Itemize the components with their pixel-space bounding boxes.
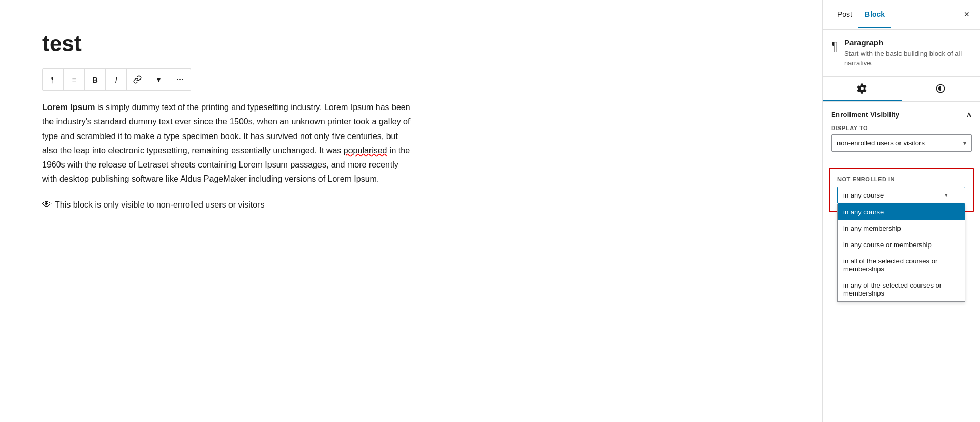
not-enrolled-section: NOT ENROLLED IN in any course ▾ in any c… [829, 168, 974, 212]
gear-icon [857, 83, 867, 94]
tab-block[interactable]: Block [858, 2, 891, 28]
italic-button[interactable]: I [106, 69, 127, 90]
dropdown-chevron-icon: ▾ [945, 192, 948, 199]
display-to-select[interactable]: non-enrolled users or visitors everyone … [831, 134, 972, 152]
paragraph-icon: ¶ [831, 39, 838, 54]
visibility-text: This block is only visible to non-enroll… [55, 198, 264, 212]
section-title: Enrollment Visibility [831, 111, 899, 119]
dropdown-item-any-selected[interactable]: in any of the selected courses or member… [838, 277, 965, 301]
title-text: test [42, 31, 82, 56]
paragraph-format-button[interactable]: ¶ [43, 69, 64, 90]
not-enrolled-dropdown-trigger[interactable]: in any course ▾ [837, 187, 965, 204]
lorem-ipsum-paragraph: Lorem Ipsum is simply dummy text of the … [42, 100, 411, 186]
settings-tab[interactable] [823, 77, 902, 101]
dropdown-item-any-course[interactable]: in any course [838, 204, 965, 220]
styles-icon [935, 83, 946, 94]
block-info: ¶ Paragraph Start with the basic buildin… [823, 30, 980, 77]
more-options-button[interactable]: ⋯ [169, 69, 191, 90]
enrollment-visibility-section: Enrollment Visibility ∧ DISPLAY TO non-e… [823, 102, 980, 168]
dropdown-trigger-text: in any course [843, 191, 884, 199]
dropdown-item-all-selected[interactable]: in all of the selected courses or member… [838, 253, 965, 277]
visibility-notice: 👁 This block is only visible to non-enro… [42, 197, 411, 213]
editor-content[interactable]: Lorem Ipsum is simply dummy text of the … [42, 100, 411, 213]
section-header: Enrollment Visibility ∧ [831, 110, 972, 119]
not-enrolled-dropdown-container: in any course ▾ in any course in any mem… [837, 187, 965, 204]
align-button[interactable]: ≡ [64, 69, 85, 90]
bold-button[interactable]: B [85, 69, 106, 90]
sidebar-tabs: Post Block [831, 2, 891, 28]
chevron-up-icon[interactable]: ∧ [966, 110, 972, 119]
icon-tabs [823, 77, 980, 102]
sidebar: Post Block × ¶ Paragraph Start with the … [822, 0, 980, 422]
formatting-toolbar: ¶ ≡ B I ▾ ⋯ [42, 68, 191, 91]
block-description: Start with the basic building block of a… [844, 49, 972, 68]
block-name: Paragraph [844, 38, 972, 47]
dropdown-list: in any course in any membership in any c… [837, 204, 965, 302]
block-title: test [42, 32, 780, 56]
editor-area: test ¶ ≡ B I ▾ ⋯ Lorem Ipsum is simply d… [0, 0, 822, 422]
display-to-wrapper: non-enrolled users or visitors everyone … [831, 134, 972, 152]
link-button[interactable] [127, 69, 148, 90]
dropdown-item-any-course-or-membership[interactable]: in any course or membership [838, 237, 965, 253]
sidebar-header: Post Block × [823, 0, 980, 30]
dropdown-item-any-membership[interactable]: in any membership [838, 220, 965, 237]
not-enrolled-label: NOT ENROLLED IN [837, 176, 965, 182]
eye-icon: 👁 [42, 197, 52, 213]
tab-post[interactable]: Post [831, 2, 858, 28]
styles-tab[interactable] [902, 77, 981, 101]
chevron-down-button[interactable]: ▾ [148, 69, 169, 90]
close-button[interactable]: × [962, 7, 972, 22]
display-to-label: DISPLAY TO [831, 125, 972, 131]
